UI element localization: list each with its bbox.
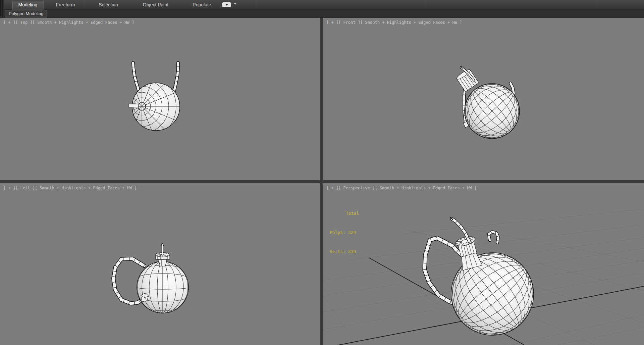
viewport-left[interactable]: [ + ][ Left ][ Smooth + Highlights + Edg… [0,183,320,345]
teapot-model-front-view[interactable] [323,18,644,180]
viewport-label: [ + ][ Top ][ Smooth + Highlights + Edge… [3,20,134,25]
panel-tab-polygon-modeling[interactable]: Polygon Modeling [5,10,47,17]
viewport-menu-shading[interactable]: [ Smooth + Highlights + Edged Faces + HW… [33,20,134,25]
viewport-menu-pov[interactable]: [ Perspective ] [338,186,375,190]
tab-modeling[interactable]: Modeling [18,0,38,9]
viewport-menu-general[interactable]: [ + ] [326,186,338,190]
viewport-label: [ + ][ Front ][ Smooth + Highlights + Ed… [326,20,462,25]
viewport-perspective[interactable]: [ + ][ Perspective ][ Smooth + Highlight… [323,183,644,345]
viewport-menu-pov[interactable]: [ Left ] [15,186,35,190]
dropdown-caret-icon[interactable] [234,3,236,5]
viewport-divider-horizontal[interactable] [0,180,644,183]
tab-object-paint[interactable]: Object Paint [143,0,168,9]
viewport-menu-shading[interactable]: [ Smooth + Highlights + Edged Faces + HW… [360,20,462,25]
spout [450,217,470,242]
viewport-menu-pov[interactable]: [ Front ] [338,20,360,25]
stats-verts-value: 319 [348,249,356,254]
handle-bracket [489,232,498,243]
viewport-front[interactable]: [ + ][ Front ][ Smooth + Highlights + Ed… [323,18,644,180]
viewport-label: [ + ][ Perspective ][ Smooth + Highlight… [326,186,477,190]
ribbon-panel-row: Polygon Modeling [0,10,644,17]
teapot-model-perspective-view[interactable] [323,183,644,345]
viewport-menu-shading[interactable]: [ Smooth + Highlights + Edged Faces + HW… [35,186,137,190]
application-window: Modeling Freeform Selection Object Paint… [0,0,644,345]
viewport-menu-general[interactable]: [ + ] [3,20,15,25]
tab-freeform[interactable]: Freeform [56,0,75,9]
viewport-menu-general[interactable]: [ + ] [326,20,338,25]
stats-verts-label: Verts: [330,249,345,254]
stats-header: Total [346,211,359,216]
minimize-ribbon-icon[interactable] [222,2,231,7]
stats-polys-value: 324 [348,230,356,235]
ribbon: Modeling Freeform Selection Object Paint… [0,0,644,18]
polygon-statistics: Total Polys: 324 Verts: 319 [330,197,359,267]
teapot-model-top-view[interactable] [0,18,320,180]
ribbon-drag-handle-icon[interactable] [0,0,4,17]
viewport-menu-shading[interactable]: [ Smooth + Highlights + Edged Faces + HW… [375,186,477,190]
ribbon-tab-row: Modeling Freeform Selection Object Paint… [0,0,644,10]
stats-polys-label: Polys: [330,230,345,235]
viewport-menu-pov[interactable]: [ Top ] [15,20,33,25]
viewport-menu-general[interactable]: [ + ] [3,186,15,190]
tab-selection[interactable]: Selection [99,0,118,9]
teapot-model-left-view[interactable] [0,183,320,345]
tab-populate[interactable]: Populate [193,0,211,9]
viewport-top[interactable]: [ + ][ Top ][ Smooth + Highlights + Edge… [0,18,320,180]
viewport-label: [ + ][ Left ][ Smooth + Highlights + Edg… [3,186,137,190]
